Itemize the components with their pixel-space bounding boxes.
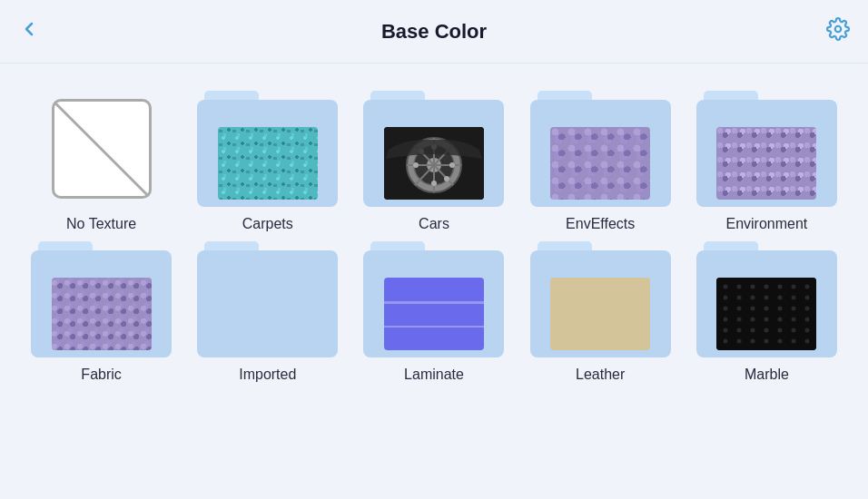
folder-thumb-cars <box>384 127 484 200</box>
folder-back-environment <box>696 100 837 207</box>
folder-back-cars <box>363 100 504 207</box>
folder-imported <box>197 241 338 357</box>
svg-point-35 <box>792 307 796 311</box>
svg-point-42 <box>792 318 796 322</box>
folder-enveffects <box>530 91 671 207</box>
svg-point-20 <box>778 285 783 289</box>
folder-thumb-carpets <box>218 127 318 200</box>
svg-point-39 <box>751 318 755 322</box>
svg-point-12 <box>449 162 455 168</box>
grid-item-label-carpets: Carpets <box>242 216 293 232</box>
svg-point-27 <box>778 296 783 300</box>
svg-point-50 <box>805 328 810 333</box>
folder-back-marble <box>696 250 837 357</box>
grid-item-label-no-texture: No Texture <box>66 216 136 232</box>
grid-item-label-laminate: Laminate <box>404 367 464 383</box>
svg-point-11 <box>413 162 419 168</box>
svg-point-44 <box>724 328 728 333</box>
svg-point-45 <box>737 328 742 333</box>
folder-back-enveffects <box>530 100 671 207</box>
grid-item-imported[interactable]: Imported <box>193 241 341 383</box>
svg-point-49 <box>792 328 796 333</box>
svg-point-37 <box>724 318 728 322</box>
grid-item-label-imported: Imported <box>239 367 296 383</box>
svg-point-52 <box>737 339 742 344</box>
svg-point-17 <box>737 285 742 289</box>
grid-item-no-texture[interactable]: No Texture <box>27 91 175 232</box>
svg-point-47 <box>764 328 769 333</box>
folder-thumb-marble <box>716 278 816 350</box>
svg-point-51 <box>724 339 728 344</box>
no-texture-box <box>52 99 152 199</box>
grid-item-enveffects[interactable]: EnvEffects <box>527 91 675 232</box>
svg-point-36 <box>805 307 810 311</box>
folder-fabric <box>31 241 172 357</box>
page-title: Base Color <box>381 20 487 44</box>
folder-laminate <box>363 241 504 357</box>
grid-item-laminate[interactable]: Laminate <box>360 241 508 383</box>
diagonal-line <box>54 101 149 196</box>
folder-environment <box>696 91 837 207</box>
grid-item-label-fabric: Fabric <box>81 367 121 383</box>
svg-point-24 <box>737 296 742 300</box>
svg-point-10 <box>431 181 437 186</box>
folder-thumb-laminate <box>384 278 484 350</box>
svg-point-38 <box>737 318 742 322</box>
folder-back-leather <box>530 250 671 357</box>
svg-point-33 <box>764 307 769 311</box>
grid-item-fabric[interactable]: Fabric <box>27 241 175 383</box>
svg-point-18 <box>751 285 755 289</box>
svg-point-28 <box>792 296 796 300</box>
folder-back-imported <box>197 250 338 357</box>
folder-carpets <box>197 91 338 207</box>
back-button[interactable] <box>18 18 40 44</box>
folder-thumb-environment <box>716 127 816 200</box>
svg-point-30 <box>724 307 728 311</box>
folder-thumb-enveffects <box>550 127 650 200</box>
folder-back-fabric <box>31 250 172 357</box>
svg-point-40 <box>764 318 769 322</box>
svg-point-23 <box>724 296 728 300</box>
car-wheel-svg <box>384 127 484 200</box>
grid-item-label-environment: Environment <box>725 216 807 232</box>
grid-item-label-leather: Leather <box>576 367 625 383</box>
folder-cars <box>363 91 504 207</box>
svg-point-57 <box>805 339 810 344</box>
folder-thumb-leather <box>550 278 650 350</box>
svg-point-31 <box>737 307 742 311</box>
svg-point-0 <box>835 25 842 32</box>
texture-grid: No Texture Carpets <box>0 64 868 401</box>
svg-point-43 <box>805 318 810 322</box>
folder-back-carpets <box>197 100 338 207</box>
svg-point-29 <box>805 296 810 300</box>
folder-back-laminate <box>363 250 504 357</box>
folder-thumb-fabric <box>52 278 152 350</box>
svg-point-46 <box>751 328 755 333</box>
header: Base Color <box>0 0 868 64</box>
grid-item-label-cars: Cars <box>419 216 449 232</box>
grid-item-leather[interactable]: Leather <box>527 241 675 383</box>
svg-point-34 <box>778 307 783 311</box>
grid-item-carpets[interactable]: Carpets <box>193 91 341 232</box>
svg-point-21 <box>792 285 796 289</box>
grid-item-cars[interactable]: Cars <box>360 91 508 232</box>
svg-point-22 <box>805 285 810 289</box>
svg-point-14 <box>444 176 449 181</box>
svg-point-53 <box>751 339 755 344</box>
grid-item-environment[interactable]: Environment <box>693 91 841 232</box>
svg-point-54 <box>764 339 769 344</box>
no-texture-preview <box>31 91 172 207</box>
svg-point-16 <box>724 285 728 289</box>
svg-point-32 <box>751 307 755 311</box>
svg-point-55 <box>778 339 783 344</box>
folder-marble <box>696 241 837 357</box>
svg-point-41 <box>778 318 783 322</box>
grid-item-label-marble: Marble <box>745 367 789 383</box>
grid-item-marble[interactable]: Marble <box>693 241 841 383</box>
marble-pattern-svg <box>716 278 816 350</box>
settings-icon[interactable] <box>826 17 850 46</box>
svg-point-25 <box>751 296 755 300</box>
svg-point-19 <box>764 285 769 289</box>
svg-point-48 <box>778 328 783 333</box>
svg-point-56 <box>792 339 796 344</box>
